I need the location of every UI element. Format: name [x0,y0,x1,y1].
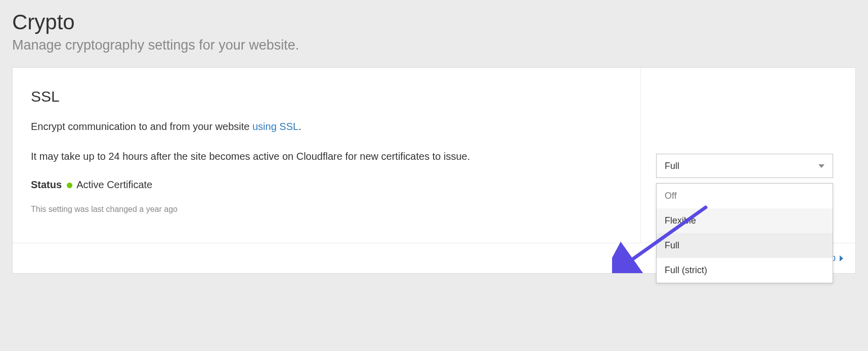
ssl-status-text: Active Certificate [76,179,152,190]
ssl-desc-suffix: . [298,121,301,132]
ssl-note: It may take up to 24 hours after the sit… [31,148,537,165]
ssl-description: Encrypt communication to and from your w… [31,119,622,134]
chevron-right-icon [840,255,843,261]
page-subtitle: Manage cryptography settings for your we… [12,37,856,53]
status-indicator-icon [67,183,72,188]
ssl-card: SSL Encrypt communication to and from yo… [12,67,856,274]
ssl-card-side: Full Off Flexible Full Full (strict) [641,68,855,273]
page-title: Crypto [12,10,856,34]
ssl-status-label: Status [31,179,62,190]
ssl-option-off[interactable]: Off [657,184,833,208]
chevron-down-icon [818,164,824,168]
using-ssl-link[interactable]: using SSL [252,121,298,132]
ssl-heading: SSL [31,88,622,105]
ssl-mode-selected: Full [665,161,679,171]
ssl-last-changed: This setting was last changed a year ago [31,205,622,214]
ssl-mode-dropdown: Off Flexible Full Full (strict) [656,183,833,283]
ssl-option-full-strict[interactable]: Full (strict) [657,258,833,283]
ssl-desc-prefix: Encrypt communication to and from your w… [31,121,252,132]
ssl-status-row: Status Active Certificate [31,179,622,191]
ssl-option-full[interactable]: Full [657,233,833,258]
ssl-option-flexible[interactable]: Flexible [657,208,833,233]
ssl-mode-select[interactable]: Full [656,154,833,178]
